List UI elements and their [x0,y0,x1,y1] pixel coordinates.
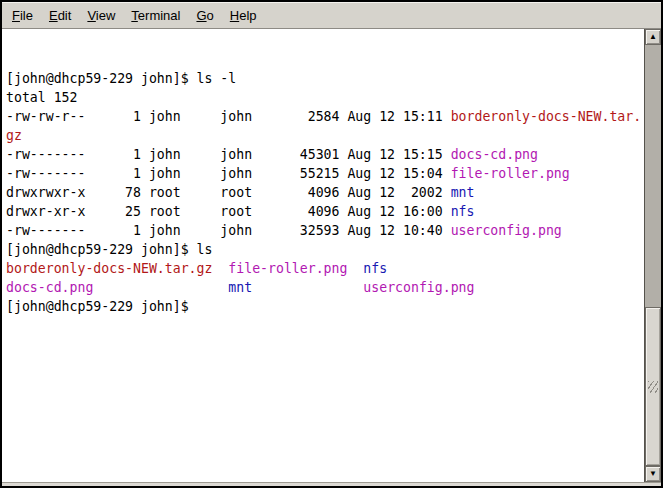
terminal-line: drwxr-xr-x 25 root root 4096 Aug 12 16:0… [6,202,644,221]
terminal-text [252,280,363,295]
terminal-filename-blue: mnt [228,280,252,295]
terminal-filename-red: borderonly-docs-NEW.tar. [451,109,642,124]
terminal-text: -rw-rw-r-- 1 john john 2584 Aug 12 15:11 [6,109,451,124]
menu-item-edit[interactable]: Edit [41,4,79,27]
terminal-filename-magenta: docs-cd.png [451,147,538,162]
menu-item-go[interactable]: Go [188,4,221,27]
scroll-down-icon: ▼ [649,470,657,478]
terminal-line: borderonly-docs-NEW.tar.gz file-roller.p… [6,259,644,278]
menu-item-terminal[interactable]: Terminal [123,4,188,27]
terminal-text [93,280,228,295]
terminal-text: [john@dhcp59-229 john]$ ls [6,242,212,257]
window-frame-bottom [2,482,661,486]
terminal-filename-red: gz [6,128,22,143]
terminal-line: docs-cd.png mnt userconfig.png [6,278,644,297]
terminal-text: -rw------- 1 john john 55215 Aug 12 15:0… [6,166,451,181]
terminal-line: -rw-rw-r-- 1 john john 2584 Aug 12 15:11… [6,107,644,126]
terminal-text [347,261,363,276]
terminal-line: -rw------- 1 john john 32593 Aug 12 10:4… [6,221,644,240]
terminal-text: drwxrwxr-x 78 root root 4096 Aug 12 2002 [6,185,451,200]
terminal-line: [john@dhcp59-229 john]$ ls -l [6,69,644,88]
menu-item-help[interactable]: Help [222,4,265,27]
menu-item-file[interactable]: File [4,4,41,27]
terminal-filename-magenta: docs-cd.png [6,280,93,295]
scrollbar-thumb[interactable] [645,307,661,466]
terminal-text: [john@dhcp59-229 john]$ [6,299,189,314]
terminal-filename-magenta: userconfig.png [363,280,474,295]
scrollbar-track[interactable]: ▲ ▼ [644,29,661,482]
terminal-filename-blue: mnt [451,185,475,200]
scroll-up-icon: ▲ [649,33,657,41]
scroll-down-button[interactable]: ▼ [645,466,661,482]
terminal-line: -rw------- 1 john john 45301 Aug 12 15:1… [6,145,644,164]
terminal-line: -rw------- 1 john john 55215 Aug 12 15:0… [6,164,644,183]
terminal-line: gz [6,126,644,145]
terminal-text: total 152 [6,90,77,105]
scrollbar-grip-icon [648,381,658,393]
terminal-filename-magenta: file-roller.png [451,166,570,181]
scroll-up-button[interactable]: ▲ [645,29,661,45]
terminal-line: drwxrwxr-x 78 root root 4096 Aug 12 2002… [6,183,644,202]
terminal-text [212,261,228,276]
menu-item-view[interactable]: View [79,4,123,27]
terminal-line: [john@dhcp59-229 john]$ [6,297,644,316]
terminal-text: -rw------- 1 john john 45301 Aug 12 15:1… [6,147,451,162]
terminal-main-area: [john@dhcp59-229 john]$ ls -ltotal 152-r… [2,29,661,482]
terminal-filename-magenta: file-roller.png [228,261,347,276]
terminal-text: -rw------- 1 john john 32593 Aug 12 10:4… [6,223,451,238]
terminal-filename-blue: nfs [451,204,475,219]
terminal-text: drwxr-xr-x 25 root root 4096 Aug 12 16:0… [6,204,451,219]
menubar: FileEditViewTerminalGoHelp [2,2,661,29]
terminal-filename-blue: nfs [363,261,387,276]
terminal-filename-magenta: userconfig.png [451,223,562,238]
terminal-window: FileEditViewTerminalGoHelp [john@dhcp59-… [0,0,663,488]
terminal-screen[interactable]: [john@dhcp59-229 john]$ ls -ltotal 152-r… [2,29,644,482]
terminal-line: total 152 [6,88,644,107]
terminal-output: [john@dhcp59-229 john]$ ls -ltotal 152-r… [6,69,644,316]
terminal-line: [john@dhcp59-229 john]$ ls [6,240,644,259]
terminal-filename-red: borderonly-docs-NEW.tar.gz [6,261,212,276]
terminal-text: [john@dhcp59-229 john]$ ls -l [6,71,236,86]
